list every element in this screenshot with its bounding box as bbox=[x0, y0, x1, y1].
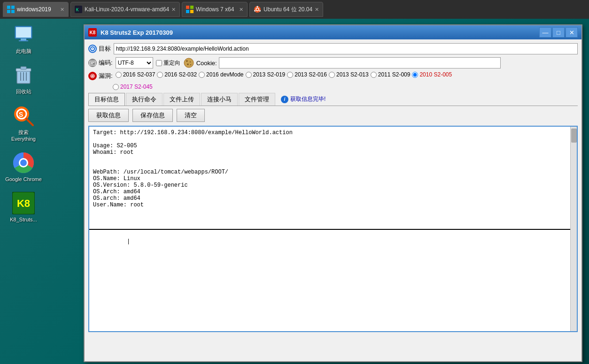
svg-point-44 bbox=[187, 64, 188, 65]
minimize-btn[interactable]: — bbox=[539, 27, 551, 38]
vuln-icon bbox=[88, 72, 97, 80]
target-row: 目标 bbox=[88, 43, 578, 54]
recycle-icon-label: 回收站 bbox=[16, 88, 31, 95]
tab-label: Ubuntu 64 位 20.04 bbox=[264, 6, 312, 14]
svg-point-42 bbox=[186, 61, 187, 62]
chrome-icon bbox=[12, 152, 35, 174]
radio-s2005-input[interactable] bbox=[412, 72, 418, 78]
window-title: K8 Struts2 Exp 20170309 bbox=[101, 29, 539, 36]
svg-rect-39 bbox=[91, 62, 94, 63]
maximize-btn[interactable]: □ bbox=[552, 27, 565, 38]
radio-s2013-input[interactable] bbox=[329, 72, 335, 78]
tab-close-btn[interactable]: ✕ bbox=[239, 7, 243, 13]
search-icon-label: 搜索 Everything bbox=[11, 129, 36, 143]
svg-point-45 bbox=[190, 64, 191, 65]
radio-s2032[interactable]: 2016 S2-032 bbox=[157, 71, 197, 78]
redirect-checkbox[interactable] bbox=[156, 60, 162, 66]
target-icon bbox=[88, 45, 97, 53]
redirect-checkbox-label[interactable]: 重定向 bbox=[156, 59, 180, 67]
svg-point-41 bbox=[184, 58, 194, 68]
tab-kali[interactable]: K Kali-Linux-2020.4-vmware-amd64 ✕ bbox=[70, 2, 180, 17]
encoding-label-group: 编码: bbox=[88, 59, 113, 67]
tab-file-mgr[interactable]: 文件管理 bbox=[239, 93, 275, 106]
cookie-input[interactable] bbox=[219, 57, 501, 68]
output-top: Target: http://192.168.9.234:8080/exampl… bbox=[89, 127, 577, 230]
radio-s2037-input[interactable] bbox=[116, 72, 122, 78]
encoding-label-text: 编码: bbox=[99, 59, 113, 67]
window-controls: — □ ✕ bbox=[539, 27, 578, 38]
tab-windows2019[interactable]: windows2019 ✕ bbox=[3, 2, 69, 17]
svg-rect-2 bbox=[7, 10, 10, 13]
svg-rect-9 bbox=[190, 10, 194, 13]
windows-icon bbox=[7, 6, 15, 13]
cursor: | bbox=[127, 238, 130, 245]
action-buttons: 获取信息 保存信息 清空 bbox=[88, 109, 578, 122]
radio-devmode[interactable]: 2016 devMode bbox=[199, 71, 243, 78]
tab-close-btn[interactable]: ✕ bbox=[60, 7, 64, 13]
svg-rect-3 bbox=[11, 10, 15, 13]
svg-point-32 bbox=[20, 159, 27, 166]
status-text: 获取信息完毕! bbox=[290, 95, 326, 103]
radio-s2016[interactable]: 2013 S2-016 bbox=[287, 71, 327, 78]
cookie-icon bbox=[183, 57, 194, 68]
svg-point-49 bbox=[92, 76, 93, 76]
desktop-icon-mypc[interactable]: 此电脑 bbox=[5, 23, 42, 54]
scrollbar-thumb[interactable] bbox=[571, 129, 577, 143]
tab-close-btn[interactable]: ✕ bbox=[171, 7, 176, 13]
desktop-icon-recycle[interactable]: 回收站 bbox=[5, 64, 42, 95]
tab-upload-file[interactable]: 文件上传 bbox=[163, 93, 200, 106]
redirect-label-text: 重定向 bbox=[163, 59, 180, 67]
encoding-row: 编码: UTF-8 GBK GB2312 重定向 bbox=[88, 57, 578, 68]
svg-text:S: S bbox=[19, 111, 23, 118]
svg-rect-7 bbox=[190, 6, 194, 9]
desktop-icon-search[interactable]: S 搜索 Everything bbox=[5, 105, 42, 143]
radio-s2037[interactable]: 2016 S2-037 bbox=[116, 71, 155, 78]
radio-s2032-input[interactable] bbox=[157, 72, 163, 78]
radio-s2009[interactable]: 2011 S2-009 bbox=[371, 71, 411, 78]
svg-rect-38 bbox=[90, 61, 95, 65]
pc-icon-label: 此电脑 bbox=[16, 48, 31, 54]
chrome-icon-label: Google Chrome bbox=[5, 176, 42, 182]
radio-s2019-input[interactable] bbox=[246, 72, 252, 78]
radio-s2016-input[interactable] bbox=[287, 72, 293, 78]
tab-win7[interactable]: Windows 7 x64 ✕ bbox=[182, 2, 248, 17]
tab-exec-cmd[interactable]: 执行命令 bbox=[126, 93, 163, 106]
svg-rect-16 bbox=[16, 27, 31, 38]
svg-rect-18 bbox=[19, 40, 28, 41]
svg-rect-40 bbox=[91, 63, 93, 64]
save-info-btn[interactable]: 保存信息 bbox=[132, 109, 173, 122]
radio-s2045[interactable]: 2017 S2-045 bbox=[113, 83, 153, 90]
radio-s2045-input[interactable] bbox=[113, 84, 119, 90]
function-tabs: 目标信息 执行命令 文件上传 连接小马 文件管理 i 获取信息完毕! bbox=[88, 93, 578, 106]
desktop-icon-chrome[interactable]: Google Chrome bbox=[5, 152, 42, 182]
taskbar: windows2019 ✕ K Kali-Linux-2020.4-vmware… bbox=[0, 0, 589, 19]
encoding-select[interactable]: UTF-8 GBK GB2312 bbox=[116, 57, 153, 68]
tab-connect[interactable]: 连接小马 bbox=[201, 93, 238, 106]
get-info-btn[interactable]: 获取信息 bbox=[88, 109, 129, 122]
k8-icon-label: K8_Struts... bbox=[10, 216, 37, 223]
vuln-row: 漏洞: 2016 S2-037 2016 S2-032 2016 devMode bbox=[88, 71, 578, 81]
ubuntu-icon bbox=[254, 6, 261, 13]
clear-btn[interactable]: 清空 bbox=[177, 109, 205, 122]
output-bottom[interactable]: | bbox=[89, 230, 577, 331]
radio-s2005[interactable]: 2010 S2-005 bbox=[412, 71, 452, 78]
cookie-label-text: Cookie: bbox=[196, 60, 217, 67]
radio-s2013[interactable]: 2013 S2-013 bbox=[329, 71, 369, 78]
svg-point-37 bbox=[92, 48, 93, 49]
target-input[interactable] bbox=[114, 43, 578, 54]
svg-text:K: K bbox=[76, 8, 79, 12]
tab-target-info[interactable]: 目标信息 bbox=[88, 93, 125, 106]
svg-rect-0 bbox=[7, 6, 10, 9]
tab-ubuntu[interactable]: Ubuntu 64 位 20.04 ✕ bbox=[249, 2, 323, 17]
desktop-icon-k8struts[interactable]: K8 K8_Struts... bbox=[5, 192, 42, 223]
scrollbar[interactable] bbox=[570, 127, 577, 331]
radio-s2019[interactable]: 2013 S2-019 bbox=[246, 71, 286, 78]
target-label-group: 目标 bbox=[88, 45, 111, 53]
radio-s2009-input[interactable] bbox=[371, 72, 377, 78]
title-bar: K8 K8 Struts2 Exp 20170309 — □ ✕ bbox=[85, 25, 581, 39]
radio-devmode-input[interactable] bbox=[199, 72, 205, 78]
close-btn[interactable]: ✕ bbox=[566, 27, 578, 38]
recycle-icon bbox=[12, 64, 35, 86]
tab-close-btn[interactable]: ✕ bbox=[315, 7, 319, 13]
tab-label: Kali-Linux-2020.4-vmware-amd64 bbox=[85, 6, 169, 13]
